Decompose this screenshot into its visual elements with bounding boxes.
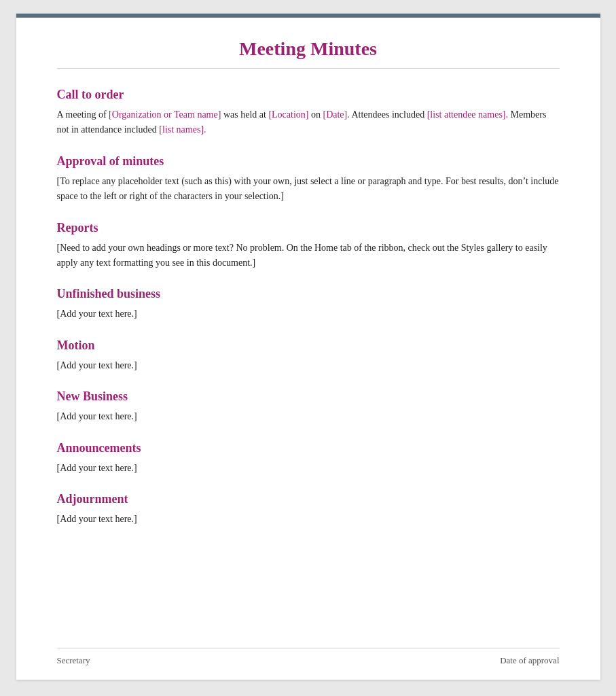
body-reports: [Need to add your own headings or more t… — [57, 241, 560, 271]
secretary-label: Secretary — [57, 655, 90, 666]
page-title: Meeting Minutes — [57, 38, 560, 60]
body-announcements: [Add your text here.] — [57, 461, 560, 476]
section-motion: Motion [Add your text here.] — [57, 338, 560, 373]
placeholder-date: [Date]. — [323, 109, 349, 120]
placeholder-org: [Organization or Team name] — [109, 109, 221, 120]
section-approval-of-minutes: Approval of minutes [To replace any plac… — [57, 154, 560, 205]
body-call-to-order: A meeting of [Organization or Team name]… — [57, 107, 560, 138]
heading-approval-of-minutes: Approval of minutes — [57, 154, 560, 169]
document-content: Meeting Minutes Call to order A meeting … — [16, 18, 600, 597]
placeholder-location: [Location] — [268, 109, 308, 120]
document-footer: Secretary Date of approval — [16, 648, 600, 680]
heading-unfinished-business: Unfinished business — [57, 287, 560, 301]
body-approval-of-minutes: [To replace any placeholder text (such a… — [57, 174, 560, 205]
section-adjournment: Adjournment [Add your text here.] — [57, 492, 560, 527]
body-new-business: [Add your text here.] — [57, 409, 560, 424]
section-call-to-order: Call to order A meeting of [Organization… — [57, 88, 560, 138]
body-motion: [Add your text here.] — [57, 358, 560, 373]
heading-call-to-order: Call to order — [57, 88, 560, 102]
heading-adjournment: Adjournment — [57, 492, 560, 506]
body-adjournment: [Add your text here.] — [57, 512, 560, 527]
footer-labels: Secretary Date of approval — [57, 655, 560, 666]
heading-announcements: Announcements — [57, 441, 560, 455]
title-divider — [57, 68, 560, 69]
document-page: Meeting Minutes Call to order A meeting … — [16, 14, 600, 680]
section-new-business: New Business [Add your text here.] — [57, 389, 560, 424]
footer-divider — [57, 648, 560, 648]
placeholder-attendees: [list attendee names]. — [427, 109, 508, 120]
section-announcements: Announcements [Add your text here.] — [57, 441, 560, 476]
placeholder-absent: [list names]. — [159, 124, 206, 135]
section-reports: Reports [Need to add your own headings o… — [57, 221, 560, 271]
section-unfinished-business: Unfinished business [Add your text here.… — [57, 287, 560, 321]
date-of-approval-label: Date of approval — [500, 655, 559, 666]
heading-reports: Reports — [57, 221, 560, 235]
heading-motion: Motion — [57, 338, 560, 353]
body-unfinished-business: [Add your text here.] — [57, 307, 560, 321]
heading-new-business: New Business — [57, 389, 560, 404]
